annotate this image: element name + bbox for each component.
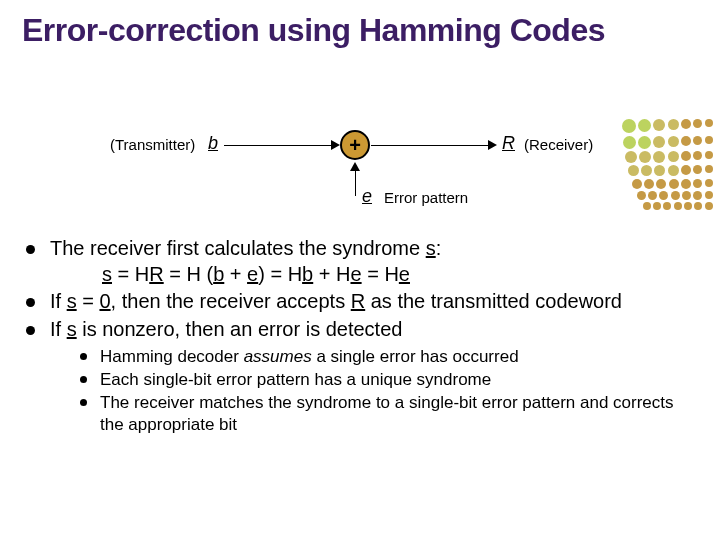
text: , then the receiver accepts [111, 290, 351, 312]
var-s: s [102, 263, 112, 285]
transmitter-label: (Transmitter) [110, 136, 195, 153]
decorative-dots [620, 118, 714, 212]
bullet-3: If s is nonzero, then an error is detect… [22, 317, 698, 436]
syndrome-equation: s = HR = H (b + e) = Hb + He = He [50, 262, 698, 288]
text: The receiver first calculates the syndro… [50, 237, 426, 259]
text: = H [362, 263, 399, 285]
arrow-line [224, 145, 334, 146]
sub-bullet-1: Hamming decoder assumes a single error h… [78, 346, 698, 368]
bullet-1: The receiver first calculates the syndro… [22, 236, 698, 287]
var-b: b [302, 263, 313, 285]
var-e: e [247, 263, 258, 285]
sub-bullet-2: Each single-bit error pattern has a uniq… [78, 369, 698, 391]
var-b: b [213, 263, 224, 285]
slide-title: Error-correction using Hamming Codes [22, 12, 698, 49]
text: = [77, 290, 100, 312]
sub-bullet-3: The receiver matches the syndrome to a s… [78, 392, 698, 436]
body-text: The receiver first calculates the syndro… [12, 236, 698, 437]
text: If [50, 318, 67, 340]
text: If [50, 290, 67, 312]
text: + H [313, 263, 350, 285]
arrow-head-icon [488, 140, 497, 150]
text: as the transmitted codeword [365, 290, 622, 312]
channel-diagram: (Transmitter) b + R (Receiver) e Error p… [110, 130, 590, 220]
text: a single error has occurred [312, 347, 519, 366]
arrow-line [371, 145, 491, 146]
var-s: s [67, 290, 77, 312]
var-s: s [67, 318, 77, 340]
text: is nonzero, then an error is detected [77, 318, 403, 340]
arrow-head-icon [331, 140, 340, 150]
text: Hamming decoder [100, 347, 244, 366]
var-e: e [350, 263, 361, 285]
emph: assumes [244, 347, 312, 366]
text: = H ( [164, 263, 213, 285]
arrow-head-icon [350, 162, 360, 171]
var-zero: 0 [99, 290, 110, 312]
error-e: e [362, 186, 372, 207]
text: = H [112, 263, 149, 285]
text: : [436, 237, 442, 259]
received-R: R [502, 133, 515, 154]
var-R: R [149, 263, 163, 285]
var-e: e [399, 263, 410, 285]
var-R: R [351, 290, 365, 312]
var-s: s [426, 237, 436, 259]
arrow-line [355, 170, 356, 196]
text: + [224, 263, 247, 285]
error-pattern-label: Error pattern [384, 189, 468, 206]
text: ) = H [258, 263, 302, 285]
receiver-label: (Receiver) [524, 136, 593, 153]
bullet-2: If s = 0, then the receiver accepts R as… [22, 289, 698, 315]
adder-node: + [340, 130, 370, 160]
codeword-b: b [208, 133, 218, 154]
